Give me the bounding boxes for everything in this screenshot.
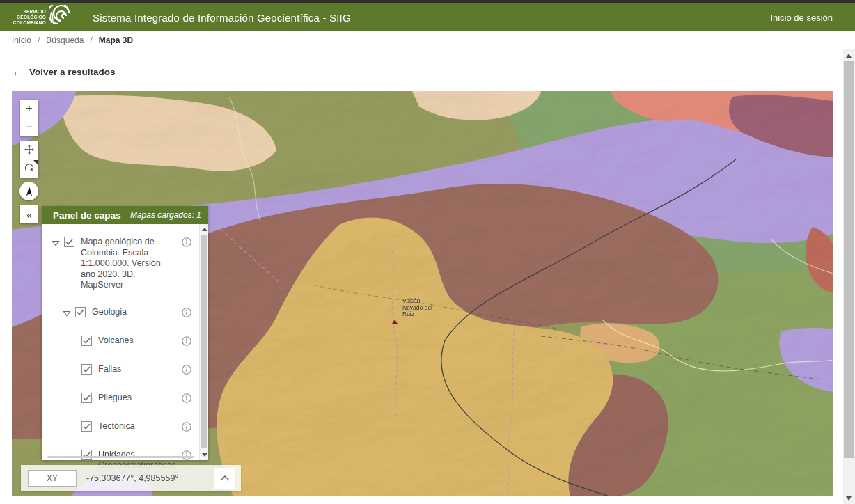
scroll-up-arrow-icon[interactable] [202,228,207,231]
app-header: SERVICIO GEOLÓGICO COLOMBIANO Sistema In… [0,3,855,31]
rotate-icon [24,163,35,174]
header-divider [84,8,84,26]
collapse-panel-button[interactable]: « [20,205,38,223]
panel-scrollbar[interactable] [199,224,208,460]
layer-tree-row: Tectónica [52,421,191,434]
layer-checkbox[interactable] [81,393,92,403]
page-scroll-up-arrow-icon[interactable] [846,54,852,58]
sgc-logo-text: SERVICIO GEOLÓGICO COLOMBIANO [10,9,46,26]
breadcrumb-current-mapa-3d: Mapa 3D [99,36,133,45]
layer-tree-row: Volcanes [52,336,191,348]
layer-tree-row: Mapa geológico de Colombia. Escala 1:1.0… [52,237,191,291]
zoom-out-button[interactable]: − [20,118,38,136]
layer-tree-row: Pliegues [52,393,191,405]
layer-tree: Mapa geológico de Colombia. Escala 1:1.0… [42,224,208,493]
layer-label: Fallas [98,364,182,375]
panel-scrollbar-thumb[interactable] [201,235,207,448]
breadcrumb-separator: / [38,36,40,45]
compass-needle-icon [24,186,34,197]
layer-tree-row: Geologia [52,307,191,320]
info-icon[interactable] [182,365,191,377]
info-icon[interactable] [182,393,191,405]
coordinate-format-button[interactable]: XY [28,470,77,487]
page-scrollbar[interactable] [843,49,855,504]
info-icon[interactable] [182,336,191,348]
back-to-results-link[interactable]: ← Volver a resultados [12,67,116,77]
maps-loaded-badge: Mapas cargados: 1 [130,210,201,220]
map-3d-view[interactable]: Volcán Nevado del Ruiz + − « [12,91,833,496]
volcano-marker-icon [392,320,398,324]
expand-caret-icon[interactable] [52,239,60,249]
layers-panel: Panel de capas Mapas cargados: 1 Mapa ge… [42,206,208,460]
info-icon[interactable] [182,308,191,320]
page-scroll-down-arrow-icon[interactable] [846,496,852,501]
zoom-control-group: + − [20,100,38,136]
login-link[interactable]: Inicio de sesión [770,13,833,23]
layer-label: Mapa geológico de Colombia. Escala 1:1.0… [81,237,182,291]
info-icon[interactable] [182,422,191,434]
panel-horizontal-scrollbar[interactable] [47,456,194,458]
layers-panel-body: Mapa geológico de Colombia. Escala 1:1.0… [42,224,208,460]
back-arrow-icon: ← [12,68,24,77]
sgc-logo[interactable]: SERVICIO GEOLÓGICO COLOMBIANO [10,5,77,30]
back-link-label: Volver a resultados [29,67,116,77]
zoom-in-button[interactable]: + [20,100,38,118]
coordinate-value: -75,303677°, 4,985559° [86,473,178,483]
spiral-logo-icon [49,5,77,30]
app-title: Sistema Integrado de Información Geocien… [93,12,351,24]
compass-button[interactable] [19,182,38,200]
expand-caret-icon[interactable] [63,309,71,319]
layer-checkbox[interactable] [64,237,74,247]
layer-checkbox[interactable] [81,421,92,432]
chevron-up-icon [219,475,230,482]
layer-checkbox[interactable] [81,336,92,346]
expand-coordinates-button[interactable] [214,468,235,489]
layer-label: Pliegues [98,393,182,404]
layer-label: Volcanes [98,336,182,347]
layer-checkbox[interactable] [75,307,86,317]
layer-tree-row: Fallas [52,364,191,377]
volcano-map-label: Volcán Nevado del Ruiz [402,298,437,318]
submenu-corner-flag [33,160,38,164]
layer-checkbox[interactable] [81,450,92,460]
layer-checkbox[interactable] [81,364,92,375]
info-icon[interactable] [182,237,191,249]
layers-panel-header: Panel de capas Mapas cargados: 1 [42,206,208,224]
layers-panel-title: Panel de capas [53,210,121,221]
breadcrumb-busqueda[interactable]: Búsqueda [46,36,84,45]
breadcrumb: Inicio / Búsqueda / Mapa 3D [0,31,855,49]
layer-label: Geologia [92,307,182,318]
pan-icon [24,144,35,155]
breadcrumb-separator: / [90,36,92,45]
breadcrumb-inicio[interactable]: Inicio [12,36,31,45]
navigation-control-group [20,141,38,178]
pan-button[interactable] [20,141,38,159]
coordinates-widget: XY -75,303677°, 4,985559° [21,465,241,491]
layer-label: Tectónica [98,421,182,432]
page-scrollbar-thumb[interactable] [844,61,854,458]
rotate-button[interactable] [20,159,38,178]
scroll-down-arrow-icon[interactable] [202,453,207,457]
